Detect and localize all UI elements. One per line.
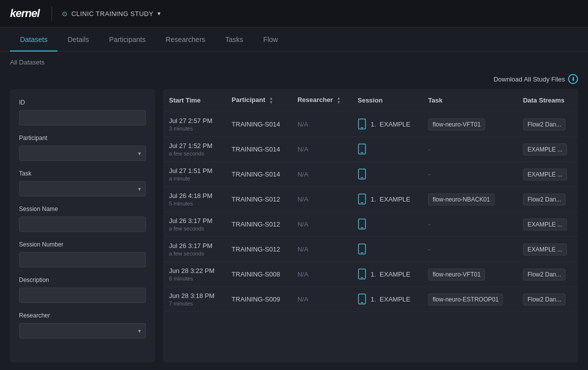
participant-select[interactable] [19,146,146,161]
table-row[interactable]: Jun 28 3:18 PM 7 minutes TRAINING-S009 N… [163,286,578,312]
header-divider [52,6,52,21]
task-dash: - [428,220,430,228]
filter-researcher-label: Researcher [19,312,146,319]
task-select-wrapper [19,181,146,196]
datasets-table: Start Time Participant ▲▼ Researcher ▲▼ … [163,89,578,312]
session-device-icon [358,144,366,154]
session-device-icon [358,268,366,280]
task-dash: - [428,246,430,253]
download-all-button[interactable]: Download All Study Files ⬇ [494,74,578,84]
data-stream-badge[interactable]: EXAMPLE ... [523,244,567,256]
tab-participants[interactable]: Participants [99,28,156,52]
filter-session-name: Session Name [19,206,146,232]
filter-session-number: Session Number [19,241,146,268]
location-icon: ⊙ [62,10,68,18]
cell-researcher: N/A [292,186,352,212]
filter-task: Task [19,170,146,196]
datasets-table-container: Start Time Participant ▲▼ Researcher ▲▼ … [163,89,578,362]
participant-sort-icon: ▲▼ [269,96,273,104]
id-input[interactable] [19,110,146,126]
cell-start-time: Jul 26 3:17 PM a few seconds [163,212,226,236]
filter-researcher: Researcher [19,312,146,338]
data-stream-badge[interactable]: EXAMPLE ... [523,144,567,156]
session-device-icon [358,294,366,304]
download-icon: ⬇ [568,74,578,84]
tab-flow[interactable]: Flow [253,28,288,52]
task-badge: flow-neuro-VFT01 [428,118,485,130]
table-row[interactable]: Jul 27 2:57 PM 3 minutes TRAINING-S014 N… [163,112,578,136]
table-row[interactable]: Jul 26 3:17 PM a few seconds TRAINING-S0… [163,212,578,236]
cell-task: - [422,136,517,162]
cell-participant: TRAINING-S014 [226,112,292,136]
session-number-input[interactable] [19,252,146,268]
col-task: Task [422,89,517,112]
filter-participant-label: Participant [19,134,146,142]
cell-participant: TRAINING-S012 [226,212,292,236]
session-device-icon [358,118,366,130]
cell-session [352,212,422,236]
tab-researchers[interactable]: Researchers [156,28,215,52]
cell-task: - [422,162,517,186]
cell-session: 1. EXAMPLE [352,112,422,136]
cell-data-streams: Flow2 Dan... [517,112,578,136]
table-row[interactable]: Jul 26 3:17 PM a few seconds TRAINING-S0… [163,236,578,262]
col-start-time: Start Time [163,89,226,112]
task-select[interactable] [19,181,146,196]
chevron-down-icon[interactable]: ▾ [158,10,160,17]
cell-participant: TRAINING-S014 [226,162,292,186]
col-researcher[interactable]: Researcher ▲▼ [292,89,352,112]
header-study: ⊙ CLINIC TRAINING STUDY ▾ [62,10,160,18]
filter-description-label: Description [19,276,146,284]
task-dash: - [428,146,430,153]
filter-session-name-label: Session Name [19,206,146,212]
task-badge: flow-neuro-ESTROOP01 [428,294,503,306]
researcher-select[interactable] [19,323,146,338]
task-badge: flow-neuro-VFT01 [428,268,485,280]
cell-task: flow-neuro-ESTROOP01 [422,286,517,312]
cell-session [352,162,422,186]
filter-task-label: Task [19,170,146,177]
cell-session [352,236,422,262]
tab-datasets[interactable]: Datasets [10,28,58,52]
data-stream-badge[interactable]: EXAMPLE ... [523,218,567,230]
cell-start-time: Jul 26 4:18 PM 5 minutes [163,186,226,212]
col-participant[interactable]: Participant ▲▼ [226,89,292,112]
cell-data-streams: EXAMPLE ... [517,212,578,236]
cell-start-time: Jun 28 3:18 PM 7 minutes [163,286,226,312]
session-label: 1. EXAMPLE [370,270,410,278]
cell-data-streams: Flow2 Dan... [517,262,578,286]
cell-participant: TRAINING-S012 [226,186,292,212]
breadcrumb: All Datasets [10,58,44,66]
cell-data-streams: EXAMPLE ... [517,236,578,262]
table-row[interactable]: Jul 26 4:18 PM 5 minutes TRAINING-S012 N… [163,186,578,212]
task-badge: flow-neuro-NBACK01 [428,194,494,206]
tab-details[interactable]: Details [58,28,99,52]
cell-participant: TRAINING-S009 [226,286,292,312]
cell-start-time: Jun 28 3:22 PM 6 minutes [163,262,226,286]
session-label: 1. EXAMPLE [370,196,410,203]
data-stream-badge[interactable]: Flow2 Dan... [523,194,566,206]
filter-id-label: ID [19,99,146,106]
cell-task: - [422,236,517,262]
researcher-sort-icon: ▲▼ [336,96,340,104]
cell-start-time: Jul 27 2:57 PM 3 minutes [163,112,226,136]
filter-id: ID [19,99,146,126]
data-stream-badge[interactable]: Flow2 Dan... [523,294,566,306]
col-session: Session [352,89,422,112]
session-device-icon [358,218,366,230]
session-device-icon [358,168,366,180]
cell-session [352,136,422,162]
table-row[interactable]: Jul 27 1:52 PM a few seconds TRAINING-S0… [163,136,578,162]
data-stream-badge[interactable]: EXAMPLE ... [523,168,567,180]
cell-researcher: N/A [292,112,352,136]
participant-select-wrapper [19,146,146,161]
data-stream-badge[interactable]: Flow2 Dan... [523,118,566,130]
data-stream-badge[interactable]: Flow2 Dan... [523,268,566,280]
session-name-input[interactable] [19,216,146,232]
description-input[interactable] [19,288,146,303]
researcher-select-wrapper [19,323,146,338]
cell-participant: TRAINING-S012 [226,236,292,262]
table-row[interactable]: Jun 28 3:22 PM 6 minutes TRAINING-S008 N… [163,262,578,286]
tab-tasks[interactable]: Tasks [216,28,254,52]
table-row[interactable]: Jul 27 1:51 PM a minute TRAINING-S014 N/… [163,162,578,186]
